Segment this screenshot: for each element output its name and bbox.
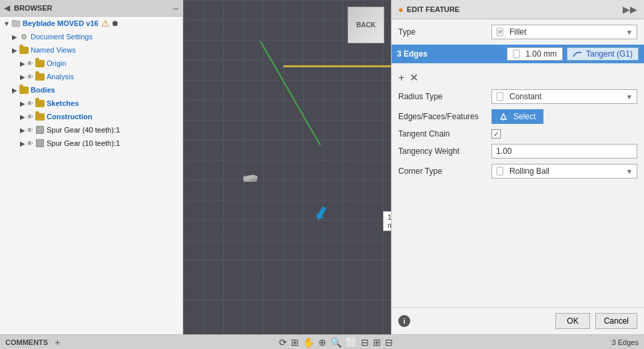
expand-spur10[interactable]: ▶ bbox=[19, 140, 27, 147]
edge-tangent-box[interactable]: Tangent (G1) bbox=[567, 47, 639, 61]
expand-sketches[interactable]: ▶ bbox=[19, 100, 27, 107]
tool-grid[interactable]: ⊞ bbox=[291, 337, 299, 348]
folder-icon-analysis bbox=[35, 71, 45, 82]
expand-doc[interactable]: ▶ bbox=[11, 33, 19, 41]
expand-analysis[interactable]: ▶ bbox=[19, 73, 27, 81]
axis-line-green bbox=[260, 41, 321, 146]
folder-icon-sketches bbox=[35, 98, 45, 109]
tree-label-root: Beyblade MOVED v16 bbox=[23, 19, 99, 27]
warning-dot-panel: ● bbox=[398, 5, 404, 15]
add-edge-btn[interactable]: + bbox=[398, 71, 404, 84]
tool-display3[interactable]: ⊟ bbox=[385, 337, 393, 348]
tree-label-spur10: Spur Gear (10 teeth):1 bbox=[47, 139, 120, 147]
tangency-weight-control bbox=[491, 144, 637, 159]
corner-type-dropdown[interactable]: Rolling Ball ▼ bbox=[491, 164, 637, 178]
tree-item-doc-settings[interactable]: ▶ ⚙ Document Settings bbox=[0, 30, 182, 43]
expand-bodies[interactable]: ▶ bbox=[11, 87, 19, 94]
expand-origin[interactable]: ▶ bbox=[19, 60, 27, 67]
ok-button[interactable]: OK bbox=[555, 313, 589, 329]
tree-item-analysis[interactable]: ▶ 👁 Analysis bbox=[0, 70, 182, 83]
remove-edge-btn[interactable]: ✕ bbox=[410, 71, 418, 84]
select-button-label: Select bbox=[513, 112, 535, 121]
folder-icon-origin bbox=[35, 58, 45, 69]
add-comment-btn[interactable]: + bbox=[55, 337, 60, 348]
gear-icon-doc: ⚙ bbox=[19, 31, 29, 42]
eye-icon-construction[interactable]: 👁 bbox=[27, 113, 33, 121]
tree-label-sketches: Sketches bbox=[47, 99, 79, 107]
edit-panel-title-text: EDIT FEATURE bbox=[407, 5, 460, 13]
eye-icon-spur40[interactable]: 👁 bbox=[27, 127, 33, 134]
main-area: ◀ BROWSER – ▼ Beyblade MOVED v16 ⚠ ⏺ ▶ bbox=[0, 0, 644, 334]
tangent-chain-checkbox[interactable] bbox=[491, 129, 501, 139]
record-icon: ⏺ bbox=[111, 19, 119, 28]
tool-view-cube[interactable]: ⬜ bbox=[346, 337, 357, 348]
radius-type-dropdown[interactable]: Constant ▼ bbox=[491, 89, 637, 104]
eye-icon-analysis[interactable]: 👁 bbox=[27, 73, 33, 81]
edges-faces-row: Edges/Faces/Features Select bbox=[398, 109, 637, 124]
tree-item-construction[interactable]: ▶ 👁 Construction bbox=[0, 110, 182, 123]
tree-item-spur-gear-10[interactable]: ▶ 👁 Spur Gear (10 teeth):1 bbox=[0, 137, 182, 150]
tree-item-origin[interactable]: ▶ 👁 Origin bbox=[0, 57, 182, 70]
add-remove-row: + ✕ bbox=[398, 69, 637, 89]
svg-rect-26 bbox=[497, 167, 503, 175]
status-comments: COMMENTS bbox=[5, 338, 48, 346]
tree-label-named-views: Named Views bbox=[31, 46, 76, 54]
tree-item-named-views[interactable]: ▶ Named Views bbox=[0, 43, 182, 57]
tool-display1[interactable]: ⊟ bbox=[361, 337, 369, 348]
tangent-label: Tangent (G1) bbox=[586, 49, 633, 59]
tool-rotate[interactable]: ⟳ bbox=[279, 337, 287, 348]
radius-dropdown-arrow: ▼ bbox=[626, 93, 633, 101]
measurement-value: 1.00 mm bbox=[388, 213, 391, 229]
tree-label-construction: Construction bbox=[47, 113, 92, 121]
tangent-chain-label: Tangent Chain bbox=[398, 129, 491, 139]
eye-icon-spur10[interactable]: 👁 bbox=[27, 140, 33, 147]
tool-display2[interactable]: ⊞ bbox=[373, 337, 381, 348]
folder-icon-bodies bbox=[19, 85, 29, 95]
info-button[interactable]: i bbox=[398, 315, 410, 327]
tree-item-spur-gear-40[interactable]: ▶ 👁 Spur Gear (40 teeth):1 bbox=[0, 123, 182, 137]
cancel-button[interactable]: Cancel bbox=[595, 313, 637, 329]
tree-item-bodies[interactable]: ▶ Bodies bbox=[0, 83, 182, 97]
status-edges-count: 3 Edges bbox=[612, 338, 639, 346]
expand-named-views[interactable]: ▶ bbox=[11, 47, 19, 54]
tree-label-spur40: Spur Gear (40 teeth):1 bbox=[47, 126, 120, 134]
browser-panel: ◀ BROWSER – ▼ Beyblade MOVED v16 ⚠ ⏺ ▶ bbox=[0, 0, 183, 334]
eye-icon-sketches[interactable]: 👁 bbox=[27, 100, 33, 107]
type-dropdown[interactable]: Fillet ▼ bbox=[491, 25, 637, 39]
type-row: Type Fillet ▼ bbox=[398, 25, 637, 39]
tree-item-sketches[interactable]: ▶ 👁 Sketches bbox=[0, 97, 182, 110]
blue-arrow-indicator: ⬇ bbox=[308, 200, 332, 226]
tree-label-doc-settings: Document Settings bbox=[31, 33, 93, 41]
svg-point-12 bbox=[251, 178, 252, 179]
tree-label-analysis: Analysis bbox=[47, 73, 74, 81]
corner-type-value: Rolling Ball bbox=[509, 167, 549, 176]
browser-collapse-btn[interactable]: – bbox=[173, 3, 178, 13]
svg-rect-1 bbox=[12, 20, 15, 21]
select-button[interactable]: Select bbox=[491, 109, 543, 124]
expand-construction[interactable]: ▶ bbox=[19, 113, 27, 121]
edge-value-box[interactable]: 1.00 mm bbox=[507, 47, 563, 61]
edit-panel: ● EDIT FEATURE ▶▶ Type Fillet bbox=[391, 0, 644, 334]
nav-cube[interactable]: BACK bbox=[348, 7, 384, 43]
tangency-weight-input[interactable] bbox=[491, 144, 637, 159]
edges-faces-control: Select bbox=[491, 109, 637, 124]
tool-zoom-fit[interactable]: 🔍 bbox=[330, 337, 342, 348]
radius-type-text: Constant bbox=[496, 92, 541, 101]
eye-icon-origin[interactable]: 👁 bbox=[27, 60, 33, 67]
browser-title: BROWSER bbox=[14, 4, 169, 12]
type-dropdown-arrow: ▼ bbox=[626, 29, 633, 36]
panel-expand-btn[interactable]: ▶▶ bbox=[623, 4, 637, 15]
expand-root[interactable]: ▼ bbox=[3, 20, 11, 27]
tangent-chain-row: Tangent Chain bbox=[398, 129, 637, 139]
edges-faces-label: Edges/Faces/Features bbox=[398, 112, 491, 121]
browser-expand-icon[interactable]: ◀ bbox=[4, 3, 10, 13]
status-bar: COMMENTS + ⟳ ⊞ ✋ ⊕ 🔍 ⬜ ⊟ ⊞ ⊟ 3 Edges bbox=[0, 334, 644, 349]
edge-value: 1.00 mm bbox=[525, 49, 557, 59]
tool-zoom-plus[interactable]: ⊕ bbox=[318, 337, 326, 348]
radius-type-control: Constant ▼ bbox=[491, 89, 637, 104]
tangency-weight-label: Tangency Weight bbox=[398, 147, 491, 156]
tree-item-root[interactable]: ▼ Beyblade MOVED v16 ⚠ ⏺ bbox=[0, 17, 182, 30]
expand-spur40[interactable]: ▶ bbox=[19, 127, 27, 134]
tool-pan[interactable]: ✋ bbox=[303, 337, 314, 348]
viewport[interactable]: BACK bbox=[183, 0, 391, 334]
